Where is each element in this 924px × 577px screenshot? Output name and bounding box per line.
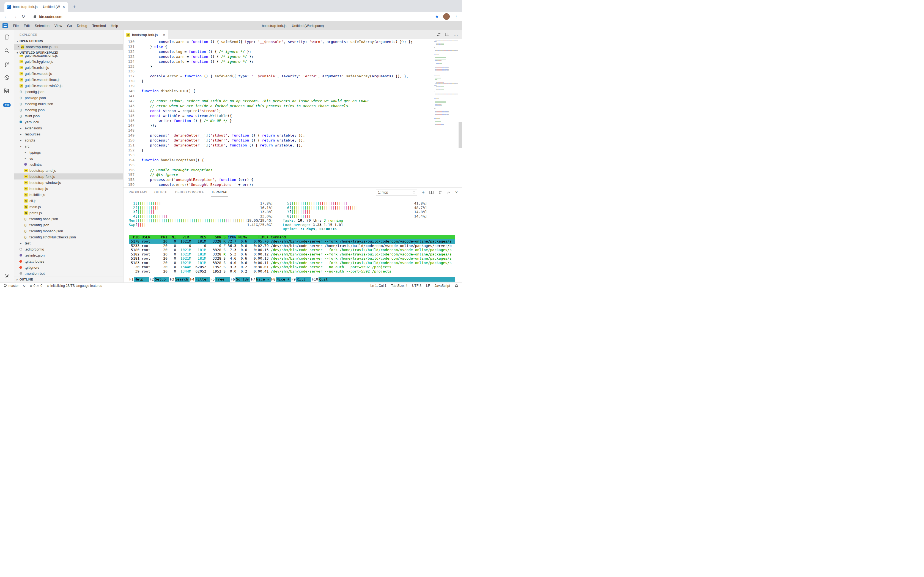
process-row[interactable]: 5233root200000Z36.30.00:02.79/dev/shm/bi… bbox=[129, 243, 455, 248]
tree-item[interactable]: {}jsconfig.json bbox=[14, 89, 123, 95]
new-terminal-icon[interactable]: + bbox=[422, 190, 425, 195]
settings-gear-icon[interactable] bbox=[0, 269, 14, 282]
process-row[interactable]: 20root2001344M620521952S3.30.20:30.01/de… bbox=[129, 265, 455, 269]
tree-item[interactable]: JSmain.js bbox=[14, 204, 123, 210]
htop-col-s[interactable]: S bbox=[223, 235, 226, 240]
fkey-label[interactable]: Nice - bbox=[256, 277, 271, 282]
browser-menu-icon[interactable]: ⋮ bbox=[454, 14, 458, 19]
cursor-position[interactable]: Ln 1, Col 1 bbox=[371, 284, 386, 288]
browser-tab[interactable]: bootstrap-fork.js — Untitled (W × bbox=[5, 2, 68, 12]
fkey-num[interactable]: F2 bbox=[149, 277, 154, 282]
terminal-selector[interactable]: 1: htop bbox=[376, 189, 417, 195]
source-control-icon[interactable] bbox=[0, 57, 14, 71]
notifications-bell[interactable] bbox=[455, 284, 458, 288]
bookmark-star-icon[interactable]: ★ bbox=[435, 14, 439, 19]
htop-col-pri[interactable]: PRI bbox=[161, 235, 167, 240]
toggle-changes-icon[interactable] bbox=[437, 32, 441, 37]
htop-col-time[interactable]: TIME+ bbox=[249, 235, 268, 240]
menu-terminal[interactable]: Terminal bbox=[90, 21, 108, 30]
split-editor-icon[interactable] bbox=[445, 32, 449, 37]
tree-item[interactable]: JSbootstrap-window.js bbox=[14, 179, 123, 185]
browser-avatar[interactable] bbox=[443, 13, 450, 20]
tree-item[interactable]: JSbootstrap.js bbox=[14, 185, 123, 192]
htop-col-mem[interactable]: MEM% bbox=[238, 235, 247, 240]
htop-col-shr[interactable]: SHR bbox=[208, 235, 221, 240]
panel-tab-debug-console[interactable]: DEBUG CONSOLE bbox=[175, 188, 204, 197]
fkey-label[interactable]: Filter bbox=[195, 277, 210, 282]
fkey-num[interactable]: F1 bbox=[129, 277, 134, 282]
back-icon[interactable]: ← bbox=[4, 15, 8, 19]
search-icon[interactable] bbox=[0, 44, 14, 57]
htop-col-user[interactable]: USER bbox=[141, 235, 161, 240]
htop-col-cpu[interactable]: CPU% bbox=[228, 235, 236, 240]
new-tab-button[interactable]: + bbox=[71, 3, 78, 11]
fkey-num[interactable]: F9 bbox=[291, 277, 296, 282]
tree-item[interactable]: {}tsconfig.monaco.json bbox=[14, 228, 123, 234]
tree-item[interactable]: ▸vs bbox=[14, 155, 123, 161]
open-editor-item[interactable]: × JS bootstrap-fork.js src bbox=[14, 44, 123, 50]
encoding-indicator[interactable]: UTF-8 bbox=[412, 284, 421, 288]
tree-item[interactable]: JSgulpfile.extensions.js bbox=[14, 55, 123, 58]
tree-item[interactable]: JSbootstrap-amd.js bbox=[14, 168, 123, 173]
off-toggle-badge[interactable]: Off bbox=[3, 103, 11, 107]
htop-col-virt[interactable]: VIRT bbox=[178, 235, 191, 240]
tree-item[interactable]: {}tsconfig.base.json bbox=[14, 216, 123, 222]
process-row[interactable]: 5182root2001021M181M3328R5.30.60:00.12/d… bbox=[129, 252, 455, 256]
maximize-panel-icon[interactable] bbox=[447, 191, 451, 194]
fkey-label[interactable]: Kill bbox=[296, 277, 311, 282]
fkey-label[interactable]: Nice + bbox=[276, 277, 291, 282]
tree-item[interactable]: .editorconfig bbox=[14, 246, 123, 252]
tree-item[interactable]: JSgulpfile.vscode.js bbox=[14, 71, 123, 77]
menu-view[interactable]: View bbox=[52, 21, 65, 30]
indent-indicator[interactable]: Tab Size: 4 bbox=[391, 284, 407, 288]
explorer-icon[interactable] bbox=[0, 30, 14, 44]
panel-tab-terminal[interactable]: TERMINAL bbox=[211, 188, 228, 197]
sync-button[interactable]: ↻ bbox=[23, 284, 26, 288]
menu-help[interactable]: Help bbox=[108, 21, 121, 30]
tree-item[interactable]: ▸typings bbox=[14, 149, 123, 155]
fkey-label[interactable]: Search bbox=[175, 277, 190, 282]
tree-item[interactable]: {}tsconfig.json bbox=[14, 222, 123, 228]
menu-debug[interactable]: Debug bbox=[74, 21, 90, 30]
eol-indicator[interactable]: LF bbox=[426, 284, 430, 288]
process-row[interactable]: 5178root2001021M181M3328R72.70.60:05.70/… bbox=[129, 239, 455, 243]
more-actions-icon[interactable]: ··· bbox=[453, 33, 458, 37]
menu-edit[interactable]: Edit bbox=[21, 21, 32, 30]
tree-item[interactable]: {}tsconfig.strictNullChecks.json bbox=[14, 234, 123, 240]
editor-tab[interactable]: JS bootstrap-fork.js × bbox=[124, 30, 168, 39]
debug-icon[interactable] bbox=[0, 71, 14, 84]
process-row[interactable]: 39root2001344M620521952S0.00.20:00.41/de… bbox=[129, 269, 455, 274]
process-row[interactable]: 5180root2001021M181M3328S7.30.60:00.15/d… bbox=[129, 248, 455, 252]
address-bar[interactable]: ide.coder.com bbox=[29, 15, 431, 19]
extensions-icon[interactable] bbox=[0, 84, 14, 98]
tree-item[interactable]: {}tsconfig.build.json bbox=[14, 101, 123, 107]
split-terminal-icon[interactable] bbox=[429, 190, 434, 194]
terminal[interactable]: 1[|||||||||||17.8%]5[|||||||||||||||||||… bbox=[124, 197, 462, 282]
htop-col-cmd[interactable]: Command bbox=[271, 235, 455, 240]
panel-tab-problems[interactable]: PROBLEMS bbox=[129, 188, 147, 197]
fkey-label[interactable]: Help bbox=[134, 277, 149, 282]
htop-col-res[interactable]: RES bbox=[193, 235, 206, 240]
tree-item[interactable]: .mention-bot bbox=[14, 270, 123, 276]
menu-file[interactable]: File bbox=[10, 21, 21, 30]
tree-item[interactable]: JSbuildfile.js bbox=[14, 192, 123, 198]
tree-item[interactable]: yarn.lock bbox=[14, 119, 123, 125]
menu-go[interactable]: Go bbox=[65, 21, 74, 30]
tree-item[interactable]: ▸scripts bbox=[14, 137, 123, 143]
fkey-num[interactable]: F10 bbox=[311, 277, 318, 282]
process-row[interactable]: 5183root2001021M181M3328S4.00.60:00.11/d… bbox=[129, 261, 455, 265]
editor-scrollbar[interactable] bbox=[458, 122, 462, 148]
tab-close-icon[interactable]: × bbox=[62, 5, 66, 9]
open-editors-header[interactable]: ▾ OPEN EDITORS bbox=[14, 38, 123, 44]
fkey-label[interactable]: Setup bbox=[154, 277, 169, 282]
process-row[interactable]: 5181root2001021M181M3328S4.60.60:00.13/d… bbox=[129, 256, 455, 261]
tree-item[interactable]: ▸extensions bbox=[14, 125, 123, 131]
menu-selection[interactable]: Selection bbox=[32, 21, 52, 30]
htop-col-ni[interactable]: NI bbox=[170, 235, 176, 240]
tree-item[interactable]: JSgulpfile.vscode.linux.js bbox=[14, 77, 123, 82]
problems-indicator[interactable]: ⊗ 0 ⚠ 0 bbox=[30, 284, 42, 288]
close-panel-icon[interactable]: × bbox=[455, 190, 458, 195]
fkey-num[interactable]: F4 bbox=[190, 277, 195, 282]
tree-item[interactable]: JSbootstrap-fork.js bbox=[14, 173, 123, 179]
tree-item[interactable]: {}tslint.json bbox=[14, 113, 123, 119]
